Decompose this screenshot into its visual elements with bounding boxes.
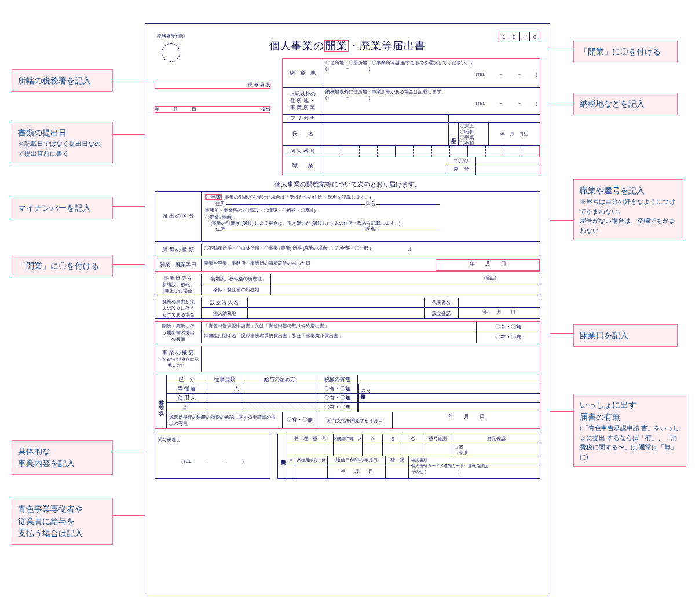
callout-job-yago: 職業や屋号を記入 ※屋号は自分の好きなようにつけてかまわない。 屋号がない場合は…: [573, 179, 683, 240]
field-withhold-yesno[interactable]: 〇有・〇無: [283, 412, 317, 428]
block-attach: 開業・廃業に伴 う届出書の提出 の有無 「青色申告承認申請書」又は「青色申告の取…: [155, 321, 540, 343]
field-mynumber[interactable]: [323, 146, 540, 157]
field-corp-rep[interactable]: [459, 298, 540, 307]
field-corp-name[interactable]: [248, 298, 424, 307]
field-yago-furigana[interactable]: [476, 157, 540, 164]
callout-open-date: 開業日を記入: [573, 324, 678, 347]
block-summary: 事 業 の 概 要 できるだけ具体的に記載します。: [155, 346, 540, 372]
stamp-circle: [162, 43, 180, 62]
form-paper: 税務署受付印 1040 個人事業の開業・廃業等届出書 税 務 署 長 年 月 日…: [145, 23, 550, 596]
subtitle: 個人事業の開廃業等について次のとおり届けます。: [145, 180, 550, 189]
field-income[interactable]: 〇不動産所得・〇山林所得・〇事業 (農業) 所得 [廃業の場合……〇全部・〇一部…: [202, 244, 540, 256]
field-yago[interactable]: [476, 164, 540, 175]
block-kubun: 届 出 の 区 分 〇開業 (事業の引継ぎを受けた場合は、受けた先の住所・ 氏名…: [155, 191, 540, 242]
callout-open-circle-left: 「開業」に〇を付ける: [12, 255, 113, 277]
block-pay: 給与等の支払の状況 区 分 従事員数 給与の定め方 税額の有無 専 従 者 人 …: [155, 375, 540, 429]
callout-tax-place: 納税地などを記入: [573, 93, 678, 115]
callout-mynumber: マイナンバーを記入: [12, 197, 113, 219]
field-attach2-yesno[interactable]: 〇有・〇無: [476, 332, 540, 343]
field-name[interactable]: [323, 123, 448, 145]
callout-submit-date: 書類の提出日 ※記載日ではなく提出日なので提出直前に書く: [12, 122, 113, 163]
field-birth[interactable]: 年 月 日生: [489, 123, 540, 145]
field-summary[interactable]: [202, 346, 540, 372]
field-pay-shiyou[interactable]: [207, 394, 242, 402]
callout-business-content: 具体的な 事業内容を記入: [12, 440, 113, 475]
field-move-new[interactable]: [271, 274, 482, 284]
field-nouzei[interactable]: 〇住所地・〇居所地・〇事業所等(該当するものを選択してください。) (〒 － )…: [323, 59, 540, 87]
field-mynumber-row: 個 人 番 号: [283, 146, 540, 157]
field-corp-addr[interactable]: [248, 308, 424, 318]
field-move-old[interactable]: [271, 284, 540, 295]
field-attach1-yesno[interactable]: 〇有・〇無: [476, 322, 540, 332]
field-kubun[interactable]: 〇開業 (事業の引継ぎを受けた場合は、受けた先の住所・ 氏名を記載します。) 住…: [202, 192, 540, 241]
open-mark: 〇開業: [205, 194, 222, 200]
field-corp-date[interactable]: 年 月 日: [459, 308, 540, 318]
field-opendate[interactable]: 年 月 日: [436, 259, 540, 271]
field-zeirishi-tel[interactable]: (TEL － － ): [158, 458, 268, 464]
form-code: 1040: [499, 32, 540, 41]
submit-date-line[interactable]: 年 月 日 提出: [155, 106, 270, 113]
connector: [113, 452, 148, 452]
callout-open-circle-right: 「開業」に〇を付ける: [573, 41, 678, 63]
field-addr2[interactable]: 納税地以外に住所地・事業所等がある場合は記載します。 (〒 － ) (TEL －…: [323, 88, 540, 114]
connector: [113, 515, 148, 516]
lbl-zeirishi: 関与税理士: [158, 437, 268, 443]
field-job[interactable]: [323, 157, 447, 175]
form-title: 個人事業の開業・廃業等届出書: [145, 35, 550, 58]
field-paystart[interactable]: 年 月 日: [393, 412, 540, 428]
applicant-block: 納 税 地 〇住所地・〇居所地・〇事業所等(該当するものを選択してください。) …: [282, 58, 540, 175]
block-opendate: 開業・廃業等日 開業や廃業、事務所・事業所の新増設等のあった日 年 月 日: [155, 259, 540, 272]
field-pay-senju[interactable]: 人: [207, 384, 242, 393]
callout-tax-office: 所轄の税務署を記入: [12, 69, 113, 92]
field-furigana[interactable]: [323, 115, 448, 122]
stamp-label: 税務署受付印: [157, 33, 185, 39]
callout-salary: 青色事業専従者や 従業員に給与を 支払う場合は記入: [12, 498, 113, 545]
tax-office-line[interactable]: 税 務 署 長: [155, 82, 270, 89]
title-open-hl: 開業: [324, 40, 349, 52]
callout-attached-docs: いっしょに出す 届書の有無 (「青色申告承認申請 書」をいっしょに提出 するなら…: [573, 394, 686, 467]
lbl-nouzei: 納 税 地: [283, 59, 323, 87]
field-era[interactable]: 〇大正 〇昭和 〇平成 〇令和: [459, 123, 489, 145]
